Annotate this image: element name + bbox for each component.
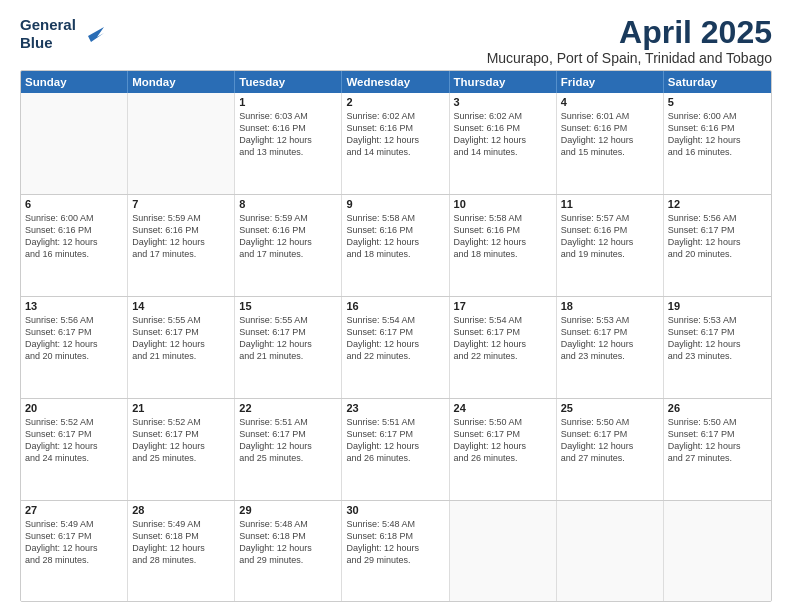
cal-cell-r4-c2: 29Sunrise: 5:48 AM Sunset: 6:18 PM Dayli…	[235, 501, 342, 602]
cal-cell-r4-c3: 30Sunrise: 5:48 AM Sunset: 6:18 PM Dayli…	[342, 501, 449, 602]
cal-header-cell-saturday: Saturday	[664, 71, 771, 93]
page: GeneralBlue April 2025 Mucurapo, Port of…	[0, 0, 792, 612]
cell-info: Sunrise: 5:59 AM Sunset: 6:16 PM Dayligh…	[132, 212, 230, 261]
day-number: 23	[346, 402, 444, 414]
cell-info: Sunrise: 6:01 AM Sunset: 6:16 PM Dayligh…	[561, 110, 659, 159]
day-number: 3	[454, 96, 552, 108]
cal-cell-r0-c4: 3Sunrise: 6:02 AM Sunset: 6:16 PM Daylig…	[450, 93, 557, 194]
cal-cell-r2-c1: 14Sunrise: 5:55 AM Sunset: 6:17 PM Dayli…	[128, 297, 235, 398]
cal-cell-r1-c6: 12Sunrise: 5:56 AM Sunset: 6:17 PM Dayli…	[664, 195, 771, 296]
cal-row-2: 13Sunrise: 5:56 AM Sunset: 6:17 PM Dayli…	[21, 297, 771, 399]
cal-cell-r4-c6	[664, 501, 771, 602]
cal-header-cell-friday: Friday	[557, 71, 664, 93]
day-number: 12	[668, 198, 767, 210]
cell-info: Sunrise: 6:00 AM Sunset: 6:16 PM Dayligh…	[25, 212, 123, 261]
day-number: 14	[132, 300, 230, 312]
cal-cell-r2-c0: 13Sunrise: 5:56 AM Sunset: 6:17 PM Dayli…	[21, 297, 128, 398]
day-number: 16	[346, 300, 444, 312]
cell-info: Sunrise: 5:54 AM Sunset: 6:17 PM Dayligh…	[454, 314, 552, 363]
day-number: 2	[346, 96, 444, 108]
cell-info: Sunrise: 6:03 AM Sunset: 6:16 PM Dayligh…	[239, 110, 337, 159]
day-number: 4	[561, 96, 659, 108]
cell-info: Sunrise: 5:52 AM Sunset: 6:17 PM Dayligh…	[25, 416, 123, 465]
cal-header-cell-wednesday: Wednesday	[342, 71, 449, 93]
cell-info: Sunrise: 5:50 AM Sunset: 6:17 PM Dayligh…	[454, 416, 552, 465]
cell-info: Sunrise: 5:54 AM Sunset: 6:17 PM Dayligh…	[346, 314, 444, 363]
day-number: 28	[132, 504, 230, 516]
cal-cell-r4-c1: 28Sunrise: 5:49 AM Sunset: 6:18 PM Dayli…	[128, 501, 235, 602]
day-number: 26	[668, 402, 767, 414]
cell-info: Sunrise: 5:48 AM Sunset: 6:18 PM Dayligh…	[239, 518, 337, 567]
cell-info: Sunrise: 5:51 AM Sunset: 6:17 PM Dayligh…	[346, 416, 444, 465]
day-number: 8	[239, 198, 337, 210]
cell-info: Sunrise: 5:49 AM Sunset: 6:17 PM Dayligh…	[25, 518, 123, 567]
day-number: 22	[239, 402, 337, 414]
cal-cell-r0-c5: 4Sunrise: 6:01 AM Sunset: 6:16 PM Daylig…	[557, 93, 664, 194]
header: GeneralBlue April 2025 Mucurapo, Port of…	[20, 16, 772, 66]
logo: GeneralBlue	[20, 16, 106, 52]
cell-info: Sunrise: 5:48 AM Sunset: 6:18 PM Dayligh…	[346, 518, 444, 567]
cal-cell-r1-c2: 8Sunrise: 5:59 AM Sunset: 6:16 PM Daylig…	[235, 195, 342, 296]
cell-info: Sunrise: 5:57 AM Sunset: 6:16 PM Dayligh…	[561, 212, 659, 261]
cal-row-1: 6Sunrise: 6:00 AM Sunset: 6:16 PM Daylig…	[21, 195, 771, 297]
month-year-title: April 2025	[487, 16, 772, 48]
cal-cell-r1-c4: 10Sunrise: 5:58 AM Sunset: 6:16 PM Dayli…	[450, 195, 557, 296]
day-number: 5	[668, 96, 767, 108]
cal-cell-r2-c6: 19Sunrise: 5:53 AM Sunset: 6:17 PM Dayli…	[664, 297, 771, 398]
cal-header-cell-monday: Monday	[128, 71, 235, 93]
cell-info: Sunrise: 5:55 AM Sunset: 6:17 PM Dayligh…	[239, 314, 337, 363]
cal-cell-r4-c4	[450, 501, 557, 602]
cell-info: Sunrise: 5:56 AM Sunset: 6:17 PM Dayligh…	[668, 212, 767, 261]
location-subtitle: Mucurapo, Port of Spain, Trinidad and To…	[487, 50, 772, 66]
cal-row-4: 27Sunrise: 5:49 AM Sunset: 6:17 PM Dayli…	[21, 501, 771, 602]
cal-cell-r2-c2: 15Sunrise: 5:55 AM Sunset: 6:17 PM Dayli…	[235, 297, 342, 398]
cal-header-cell-thursday: Thursday	[450, 71, 557, 93]
cal-cell-r3-c1: 21Sunrise: 5:52 AM Sunset: 6:17 PM Dayli…	[128, 399, 235, 500]
svg-marker-0	[88, 27, 104, 42]
cell-info: Sunrise: 6:02 AM Sunset: 6:16 PM Dayligh…	[454, 110, 552, 159]
day-number: 20	[25, 402, 123, 414]
day-number: 21	[132, 402, 230, 414]
cell-info: Sunrise: 5:58 AM Sunset: 6:16 PM Dayligh…	[346, 212, 444, 261]
cal-cell-r1-c3: 9Sunrise: 5:58 AM Sunset: 6:16 PM Daylig…	[342, 195, 449, 296]
day-number: 13	[25, 300, 123, 312]
day-number: 1	[239, 96, 337, 108]
day-number: 9	[346, 198, 444, 210]
title-block: April 2025 Mucurapo, Port of Spain, Trin…	[487, 16, 772, 66]
cal-cell-r3-c0: 20Sunrise: 5:52 AM Sunset: 6:17 PM Dayli…	[21, 399, 128, 500]
cal-cell-r0-c6: 5Sunrise: 6:00 AM Sunset: 6:16 PM Daylig…	[664, 93, 771, 194]
cal-cell-r0-c2: 1Sunrise: 6:03 AM Sunset: 6:16 PM Daylig…	[235, 93, 342, 194]
cal-cell-r3-c4: 24Sunrise: 5:50 AM Sunset: 6:17 PM Dayli…	[450, 399, 557, 500]
day-number: 27	[25, 504, 123, 516]
logo-text: GeneralBlue	[20, 16, 76, 52]
day-number: 19	[668, 300, 767, 312]
day-number: 15	[239, 300, 337, 312]
cal-cell-r2-c3: 16Sunrise: 5:54 AM Sunset: 6:17 PM Dayli…	[342, 297, 449, 398]
calendar-body: 1Sunrise: 6:03 AM Sunset: 6:16 PM Daylig…	[21, 93, 771, 602]
cell-info: Sunrise: 5:53 AM Sunset: 6:17 PM Dayligh…	[668, 314, 767, 363]
cell-info: Sunrise: 5:56 AM Sunset: 6:17 PM Dayligh…	[25, 314, 123, 363]
cal-cell-r0-c1	[128, 93, 235, 194]
cal-cell-r1-c0: 6Sunrise: 6:00 AM Sunset: 6:16 PM Daylig…	[21, 195, 128, 296]
day-number: 10	[454, 198, 552, 210]
cell-info: Sunrise: 6:00 AM Sunset: 6:16 PM Dayligh…	[668, 110, 767, 159]
cell-info: Sunrise: 5:49 AM Sunset: 6:18 PM Dayligh…	[132, 518, 230, 567]
cal-row-3: 20Sunrise: 5:52 AM Sunset: 6:17 PM Dayli…	[21, 399, 771, 501]
cell-info: Sunrise: 5:58 AM Sunset: 6:16 PM Dayligh…	[454, 212, 552, 261]
cal-cell-r3-c2: 22Sunrise: 5:51 AM Sunset: 6:17 PM Dayli…	[235, 399, 342, 500]
cell-info: Sunrise: 5:53 AM Sunset: 6:17 PM Dayligh…	[561, 314, 659, 363]
cal-cell-r1-c1: 7Sunrise: 5:59 AM Sunset: 6:16 PM Daylig…	[128, 195, 235, 296]
cal-cell-r3-c5: 25Sunrise: 5:50 AM Sunset: 6:17 PM Dayli…	[557, 399, 664, 500]
calendar-header: SundayMondayTuesdayWednesdayThursdayFrid…	[21, 71, 771, 93]
cal-cell-r0-c3: 2Sunrise: 6:02 AM Sunset: 6:16 PM Daylig…	[342, 93, 449, 194]
cal-cell-r4-c5	[557, 501, 664, 602]
cal-cell-r3-c3: 23Sunrise: 5:51 AM Sunset: 6:17 PM Dayli…	[342, 399, 449, 500]
logo-bird-icon	[82, 22, 106, 46]
day-number: 25	[561, 402, 659, 414]
day-number: 7	[132, 198, 230, 210]
cell-info: Sunrise: 5:59 AM Sunset: 6:16 PM Dayligh…	[239, 212, 337, 261]
cell-info: Sunrise: 6:02 AM Sunset: 6:16 PM Dayligh…	[346, 110, 444, 159]
cal-cell-r2-c4: 17Sunrise: 5:54 AM Sunset: 6:17 PM Dayli…	[450, 297, 557, 398]
cal-cell-r1-c5: 11Sunrise: 5:57 AM Sunset: 6:16 PM Dayli…	[557, 195, 664, 296]
cal-header-cell-sunday: Sunday	[21, 71, 128, 93]
